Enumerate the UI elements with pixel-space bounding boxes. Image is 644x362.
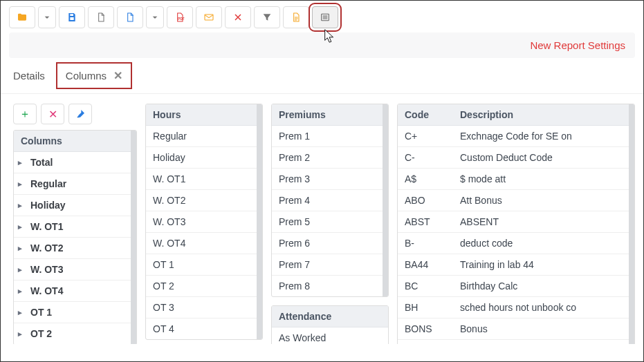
tree-item[interactable]: ▸W. OT2 [14, 238, 136, 259]
chevron-right-icon: ▸ [18, 158, 26, 167]
table-row[interactable]: B-deduct code [398, 233, 634, 254]
scrollbar[interactable] [131, 131, 136, 344]
table-row[interactable]: BCBirthday Calc [398, 276, 634, 297]
list-item[interactable]: Prem 5 [272, 211, 388, 233]
close-icon[interactable]: ✕ [113, 69, 122, 82]
chevron-right-icon: ▸ [18, 222, 26, 231]
list-item[interactable]: Prem 4 [272, 190, 388, 211]
add-button[interactable]: ＋ [13, 104, 37, 124]
remove-button[interactable]: ✕ [41, 104, 64, 124]
list-item[interactable]: As Worked [272, 327, 388, 344]
chevron-right-icon: ▸ [18, 308, 26, 317]
chevron-right-icon: ▸ [18, 265, 26, 274]
chevron-right-icon: ▸ [18, 287, 26, 296]
new-file-button[interactable] [117, 6, 143, 28]
list-item[interactable]: Regular [146, 126, 262, 147]
tree-item[interactable]: ▸W. OT1 [14, 216, 136, 238]
table-row[interactable]: CALICall In Min Hours General [398, 340, 634, 344]
codes-panel: Code Description C+Exchnage Code for SE … [397, 104, 635, 344]
doc-amber-button[interactable] [283, 6, 309, 28]
tree-toolbar: ＋ ✕ [13, 104, 137, 124]
tree-item[interactable]: ▸Regular [14, 173, 136, 195]
list-item[interactable]: Prem 7 [272, 254, 388, 276]
columns-tree-header: Columns [14, 131, 136, 152]
list-item[interactable]: W. OT4 [146, 233, 262, 254]
table-row[interactable]: BONSBonus [398, 318, 634, 340]
new-file-caret[interactable] [146, 6, 164, 28]
filter-button[interactable] [254, 6, 280, 28]
list-item[interactable]: Holiday [146, 147, 262, 169]
tree-item[interactable]: ▸W. OT4 [14, 280, 136, 302]
report-settings-label: New Report Settings [530, 39, 625, 51]
list-item[interactable]: Prem 6 [272, 233, 388, 254]
svg-rect-1 [205, 15, 213, 20]
scrollbar[interactable] [383, 104, 388, 296]
tab-columns[interactable]: Columns ✕ [57, 64, 131, 88]
mail-button[interactable] [196, 6, 222, 28]
table-row[interactable]: ABSTABSENT [398, 211, 634, 233]
tabs: Details Columns ✕ [1, 64, 643, 94]
list-item[interactable]: W. OT3 [146, 211, 262, 233]
list-item[interactable]: Prem 3 [272, 169, 388, 190]
workarea: ＋ ✕ Columns ▸Total▸Regular▸Holiday▸W. OT… [1, 94, 643, 344]
chevron-right-icon: ▸ [18, 201, 26, 210]
table-row[interactable]: ABOAtt Bonus [398, 190, 634, 211]
list-item[interactable]: OT 2 [146, 276, 262, 297]
list-item[interactable]: OT 3 [146, 297, 262, 318]
premiums-header: Premiums [272, 104, 388, 126]
list-item[interactable]: Prem 1 [272, 126, 388, 147]
chevron-right-icon: ▸ [18, 330, 26, 339]
folder-button[interactable] [9, 6, 35, 28]
file-button[interactable] [88, 6, 114, 28]
tab-details[interactable]: Details [10, 64, 48, 87]
list-item[interactable]: W. OT1 [146, 169, 262, 190]
columns-tree-panel: ＋ ✕ Columns ▸Total▸Regular▸Holiday▸W. OT… [9, 104, 137, 344]
table-row[interactable]: A$$ mode att [398, 169, 634, 190]
brush-button[interactable] [68, 104, 92, 124]
main-toolbar: PDF [1, 1, 643, 32]
tree-item[interactable]: ▸W. OT3 [14, 259, 136, 280]
tree-item[interactable]: ▸OT 1 [14, 302, 136, 323]
tree-item[interactable]: ▸Total [14, 152, 136, 173]
list-item[interactable]: W. OT2 [146, 190, 262, 211]
hours-panel: Hours RegularHolidayW. OT1W. OT2W. OT3W.… [145, 104, 263, 340]
attendance-panel: Attendance As Worked [271, 305, 389, 344]
pdf-button[interactable]: PDF [167, 6, 193, 28]
list-view-button[interactable] [312, 6, 338, 28]
list-item[interactable]: Prem 2 [272, 147, 388, 169]
table-row[interactable]: C+Exchnage Code for SE on [398, 126, 634, 147]
list-item[interactable]: OT 4 [146, 318, 262, 339]
premiums-column: Premiums Prem 1Prem 2Prem 3Prem 4Prem 5P… [271, 104, 389, 344]
chevron-right-icon: ▸ [18, 180, 26, 189]
save-button[interactable] [59, 6, 85, 28]
hours-header: Hours [146, 104, 262, 126]
columns-tree: Columns ▸Total▸Regular▸Holiday▸W. OT1▸W.… [13, 130, 137, 344]
table-row[interactable]: BHsched hours not unbook co [398, 297, 634, 318]
table-row[interactable]: C-Custom Deduct Code [398, 147, 634, 169]
list-item[interactable]: OT 1 [146, 254, 262, 276]
report-settings-banner[interactable]: New Report Settings [9, 32, 635, 58]
tree-item[interactable]: ▸Holiday [14, 195, 136, 216]
tab-columns-label: Columns [66, 70, 107, 82]
attendance-header: Attendance [272, 306, 388, 327]
table-row[interactable]: BA44Training in lab 44 [398, 254, 634, 276]
svg-text:PDF: PDF [178, 17, 184, 21]
codes-header: Code Description [398, 104, 634, 126]
list-item[interactable]: Prem 8 [272, 276, 388, 296]
scrollbar[interactable] [257, 104, 262, 339]
chevron-right-icon: ▸ [18, 244, 26, 253]
folder-caret[interactable] [38, 6, 56, 28]
scrollbar[interactable] [629, 104, 634, 344]
premiums-panel: Premiums Prem 1Prem 2Prem 3Prem 4Prem 5P… [271, 104, 389, 297]
clear-button[interactable] [225, 6, 251, 28]
tree-item[interactable]: ▸OT 2 [14, 323, 136, 344]
